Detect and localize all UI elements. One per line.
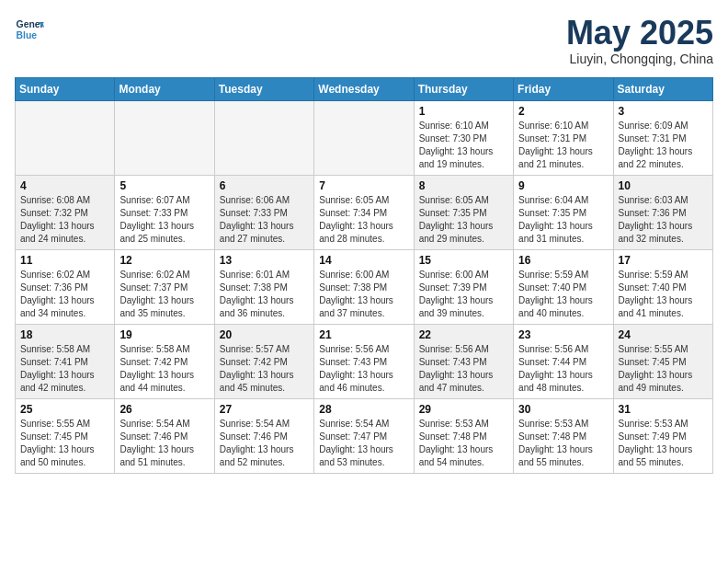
day-info: Sunrise: 6:05 AM Sunset: 7:35 PM Dayligh…	[419, 194, 508, 246]
day-number: 5	[119, 179, 209, 192]
day-info: Sunrise: 5:54 AM Sunset: 7:47 PM Dayligh…	[319, 418, 408, 469]
day-info: Sunrise: 6:00 AM Sunset: 7:38 PM Dayligh…	[319, 269, 408, 320]
day-info: Sunrise: 6:10 AM Sunset: 7:30 PM Dayligh…	[419, 120, 508, 171]
day-number: 2	[518, 105, 608, 118]
calendar-cell: 22Sunrise: 5:56 AM Sunset: 7:43 PM Dayli…	[414, 324, 513, 398]
day-number: 21	[319, 328, 408, 341]
header-friday: Friday	[514, 77, 613, 100]
page-header: General Blue May 2025 Liuyin, Chongqing,…	[15, 15, 713, 66]
calendar-cell	[115, 100, 214, 175]
day-number: 24	[619, 328, 708, 341]
day-info: Sunrise: 6:04 AM Sunset: 7:35 PM Dayligh…	[518, 194, 608, 246]
day-info: Sunrise: 5:53 AM Sunset: 7:48 PM Dayligh…	[518, 418, 608, 469]
calendar-header-row: Sunday Monday Tuesday Wednesday Thursday…	[16, 77, 713, 100]
calendar-cell: 16Sunrise: 5:59 AM Sunset: 7:40 PM Dayli…	[514, 249, 613, 324]
title-block: May 2025 Liuyin, Chongqing, China	[566, 15, 713, 66]
calendar-cell: 17Sunrise: 5:59 AM Sunset: 7:40 PM Dayli…	[613, 249, 712, 324]
calendar-cell: 2Sunrise: 6:10 AM Sunset: 7:31 PM Daylig…	[514, 100, 613, 175]
day-info: Sunrise: 5:59 AM Sunset: 7:40 PM Dayligh…	[619, 269, 708, 320]
day-number: 4	[20, 179, 109, 192]
calendar-cell: 30Sunrise: 5:53 AM Sunset: 7:48 PM Dayli…	[514, 398, 613, 473]
calendar-cell: 27Sunrise: 5:54 AM Sunset: 7:46 PM Dayli…	[214, 398, 313, 473]
day-info: Sunrise: 5:56 AM Sunset: 7:43 PM Dayligh…	[419, 343, 508, 395]
day-number: 17	[619, 254, 708, 267]
day-info: Sunrise: 5:57 AM Sunset: 7:42 PM Dayligh…	[220, 343, 309, 395]
calendar-cell: 18Sunrise: 5:58 AM Sunset: 7:41 PM Dayli…	[16, 324, 115, 398]
logo-icon: General Blue	[15, 15, 44, 44]
header-monday: Monday	[115, 77, 214, 100]
day-info: Sunrise: 6:02 AM Sunset: 7:36 PM Dayligh…	[20, 269, 109, 320]
calendar-cell: 28Sunrise: 5:54 AM Sunset: 7:47 PM Dayli…	[314, 398, 414, 473]
svg-text:General: General	[17, 19, 44, 29]
calendar-cell: 1Sunrise: 6:10 AM Sunset: 7:30 PM Daylig…	[414, 100, 513, 175]
calendar-cell: 24Sunrise: 5:55 AM Sunset: 7:45 PM Dayli…	[613, 324, 712, 398]
calendar-row-2: 11Sunrise: 6:02 AM Sunset: 7:36 PM Dayli…	[16, 249, 713, 324]
calendar-cell: 11Sunrise: 6:02 AM Sunset: 7:36 PM Dayli…	[16, 249, 115, 324]
calendar-cell: 7Sunrise: 6:05 AM Sunset: 7:34 PM Daylig…	[314, 175, 414, 249]
day-number: 30	[518, 403, 608, 416]
calendar-cell	[214, 100, 313, 175]
day-number: 12	[119, 254, 209, 267]
day-number: 9	[518, 179, 608, 192]
calendar-cell: 13Sunrise: 6:01 AM Sunset: 7:38 PM Dayli…	[214, 249, 313, 324]
day-info: Sunrise: 6:07 AM Sunset: 7:33 PM Dayligh…	[119, 194, 209, 246]
day-number: 18	[20, 328, 109, 341]
calendar-row-1: 4Sunrise: 6:08 AM Sunset: 7:32 PM Daylig…	[16, 175, 713, 249]
day-info: Sunrise: 5:55 AM Sunset: 7:45 PM Dayligh…	[619, 343, 708, 395]
day-info: Sunrise: 6:00 AM Sunset: 7:39 PM Dayligh…	[419, 269, 508, 320]
day-info: Sunrise: 6:02 AM Sunset: 7:37 PM Dayligh…	[119, 269, 209, 320]
day-info: Sunrise: 5:53 AM Sunset: 7:49 PM Dayligh…	[619, 418, 708, 469]
day-number: 19	[119, 328, 209, 341]
calendar-cell: 21Sunrise: 5:56 AM Sunset: 7:43 PM Dayli…	[314, 324, 414, 398]
day-number: 22	[419, 328, 508, 341]
day-number: 13	[220, 254, 309, 267]
day-number: 31	[619, 403, 708, 416]
day-number: 8	[419, 179, 508, 192]
calendar-cell: 26Sunrise: 5:54 AM Sunset: 7:46 PM Dayli…	[115, 398, 214, 473]
day-info: Sunrise: 6:06 AM Sunset: 7:33 PM Dayligh…	[220, 194, 309, 246]
day-number: 1	[419, 105, 508, 118]
day-info: Sunrise: 5:53 AM Sunset: 7:48 PM Dayligh…	[419, 418, 508, 469]
day-info: Sunrise: 5:56 AM Sunset: 7:44 PM Dayligh…	[518, 343, 608, 395]
calendar-cell	[16, 100, 115, 175]
header-tuesday: Tuesday	[214, 77, 313, 100]
day-info: Sunrise: 6:10 AM Sunset: 7:31 PM Dayligh…	[518, 120, 608, 171]
day-number: 28	[319, 403, 408, 416]
calendar-row-3: 18Sunrise: 5:58 AM Sunset: 7:41 PM Dayli…	[16, 324, 713, 398]
day-info: Sunrise: 6:09 AM Sunset: 7:31 PM Dayligh…	[619, 120, 708, 171]
calendar-cell: 15Sunrise: 6:00 AM Sunset: 7:39 PM Dayli…	[414, 249, 513, 324]
calendar-cell: 12Sunrise: 6:02 AM Sunset: 7:37 PM Dayli…	[115, 249, 214, 324]
day-info: Sunrise: 5:54 AM Sunset: 7:46 PM Dayligh…	[220, 418, 309, 469]
calendar-cell: 19Sunrise: 5:58 AM Sunset: 7:42 PM Dayli…	[115, 324, 214, 398]
day-number: 10	[619, 179, 708, 192]
day-number: 6	[220, 179, 309, 192]
day-number: 3	[619, 105, 708, 118]
day-number: 26	[119, 403, 209, 416]
day-number: 16	[518, 254, 608, 267]
calendar-cell: 9Sunrise: 6:04 AM Sunset: 7:35 PM Daylig…	[514, 175, 613, 249]
calendar-cell	[314, 100, 414, 175]
header-sunday: Sunday	[16, 77, 115, 100]
day-number: 20	[220, 328, 309, 341]
day-info: Sunrise: 5:58 AM Sunset: 7:41 PM Dayligh…	[20, 343, 109, 395]
day-number: 23	[518, 328, 608, 341]
calendar-cell: 25Sunrise: 5:55 AM Sunset: 7:45 PM Dayli…	[16, 398, 115, 473]
calendar-cell: 6Sunrise: 6:06 AM Sunset: 7:33 PM Daylig…	[214, 175, 313, 249]
day-info: Sunrise: 6:01 AM Sunset: 7:38 PM Dayligh…	[220, 269, 309, 320]
header-thursday: Thursday	[414, 77, 513, 100]
location: Liuyin, Chongqing, China	[566, 52, 713, 66]
month-title: May 2025	[566, 15, 713, 52]
day-info: Sunrise: 6:03 AM Sunset: 7:36 PM Dayligh…	[619, 194, 708, 246]
calendar-cell: 14Sunrise: 6:00 AM Sunset: 7:38 PM Dayli…	[314, 249, 414, 324]
logo: General Blue	[15, 15, 44, 44]
calendar-row-4: 25Sunrise: 5:55 AM Sunset: 7:45 PM Dayli…	[16, 398, 713, 473]
day-number: 7	[319, 179, 408, 192]
calendar-cell: 8Sunrise: 6:05 AM Sunset: 7:35 PM Daylig…	[414, 175, 513, 249]
calendar-cell: 23Sunrise: 5:56 AM Sunset: 7:44 PM Dayli…	[514, 324, 613, 398]
calendar-cell: 5Sunrise: 6:07 AM Sunset: 7:33 PM Daylig…	[115, 175, 214, 249]
header-saturday: Saturday	[613, 77, 712, 100]
day-info: Sunrise: 5:54 AM Sunset: 7:46 PM Dayligh…	[119, 418, 209, 469]
calendar-table: Sunday Monday Tuesday Wednesday Thursday…	[15, 77, 713, 474]
day-info: Sunrise: 6:08 AM Sunset: 7:32 PM Dayligh…	[20, 194, 109, 246]
svg-text:Blue: Blue	[17, 30, 38, 40]
